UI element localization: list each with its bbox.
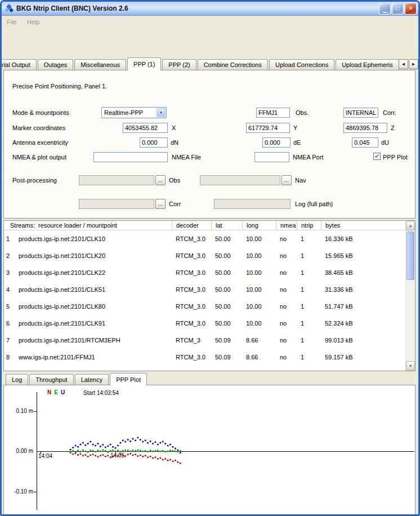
bottom-tab-latency[interactable]: Latency xyxy=(75,374,109,385)
tab-combine-corrections[interactable]: Combine Corrections xyxy=(198,59,268,70)
plot-point-u xyxy=(159,442,161,444)
cell-num: 5 xyxy=(4,298,15,315)
header-ntrip[interactable]: ntrip xyxy=(297,221,321,230)
table-row[interactable]: 6products.igs-ip.net:2101/CLK91RTCM_3.05… xyxy=(4,315,415,332)
plot-point-u xyxy=(100,446,101,447)
plot-point-n xyxy=(105,456,106,457)
bottom-tab-throughput[interactable]: Throughput xyxy=(29,374,73,385)
table-row[interactable]: 8www.igs-ip.net:2101/FFMJ1RTCM_3.050.098… xyxy=(4,349,415,366)
plot-point-e xyxy=(70,451,72,453)
tab-rial-output[interactable]: rial Output xyxy=(0,59,37,70)
plot-point-e xyxy=(90,450,91,451)
post-processing-label: Post-processing xyxy=(12,177,57,184)
plot-point-u xyxy=(180,452,181,453)
close-button[interactable]: ✕ xyxy=(405,3,417,15)
nmea-label: NMEA & plot output xyxy=(12,154,66,161)
cell-nmea: no xyxy=(276,230,297,247)
streams-table: Streams: resource loader / mountpoint de… xyxy=(3,220,415,371)
menu-help[interactable]: Help xyxy=(27,19,40,25)
header-mountpoint[interactable]: Streams: resource loader / mountpoint xyxy=(4,221,172,230)
nmea-file-field[interactable] xyxy=(93,152,168,162)
du-field[interactable] xyxy=(352,137,378,148)
marker-x-field[interactable] xyxy=(123,123,168,133)
table-row[interactable]: 1products.igs-ip.net:2101/CLK10RTCM_3.05… xyxy=(4,230,415,247)
table-row[interactable]: 5products.igs-ip.net:2101/CLK80RTCM_3.05… xyxy=(4,298,415,315)
marker-label: Marker coordinates xyxy=(12,124,65,131)
plot-point-e xyxy=(105,450,106,452)
tab-upload-ephemeris[interactable]: Upload Ephemeris xyxy=(336,59,399,70)
plot-point-e xyxy=(127,450,129,451)
cell-ntrip: 1 xyxy=(297,281,321,298)
menu-file[interactable]: File xyxy=(7,19,17,25)
plot-point-e xyxy=(124,449,126,451)
plot-point-u xyxy=(162,441,164,443)
header-decoder[interactable]: decoder xyxy=(172,221,211,230)
tab-scroll-left-button[interactable]: ◀ xyxy=(399,59,408,69)
header-long[interactable]: long xyxy=(242,221,276,230)
maximize-button[interactable]: □ xyxy=(392,3,404,15)
tab-outages[interactable]: Outages xyxy=(38,59,74,70)
tab-miscellaneous[interactable]: Miscellaneous xyxy=(74,59,126,70)
plot-point-u xyxy=(147,442,149,444)
cell-long: 8.66 xyxy=(242,332,276,349)
plot-point-n xyxy=(145,455,146,456)
scroll-left-icon: ◀ xyxy=(402,62,405,66)
nav-browse-button[interactable]: ... xyxy=(282,175,292,185)
cell-ntrip: 1 xyxy=(297,349,321,366)
plot-point-n xyxy=(90,455,91,456)
plot-point-e xyxy=(77,450,79,451)
plot-point-e xyxy=(97,450,99,451)
marker-y-field[interactable] xyxy=(246,123,290,133)
cell-nmea: no xyxy=(276,298,297,315)
table-row[interactable]: 2products.igs-ip.net:2101/CLK20RTCM_3.05… xyxy=(4,247,415,264)
plot-point-n xyxy=(175,460,176,461)
app-icon xyxy=(5,4,14,13)
log-file-label: Log (full path) xyxy=(295,201,333,207)
header-lat[interactable]: lat xyxy=(211,221,242,230)
top-tabstrip: rial OutputOutagesMiscellaneousPPP (1)PP… xyxy=(3,57,417,70)
minimize-icon: ▁ xyxy=(383,7,387,12)
bottom-tab-log[interactable]: Log xyxy=(6,374,28,385)
tab-ppp-1-[interactable]: PPP (1) xyxy=(127,57,161,70)
cell-num: 8 xyxy=(4,349,15,366)
plot-point-n xyxy=(87,456,89,457)
plot-point-u xyxy=(70,449,72,451)
plot-point-n xyxy=(150,456,151,457)
plot-point-e xyxy=(164,451,166,452)
dn-field[interactable] xyxy=(140,137,168,148)
plot-point-u xyxy=(119,442,121,444)
corr-mountpoint-field[interactable] xyxy=(343,108,378,118)
ppp-plot-checkbox[interactable]: ✔ xyxy=(373,153,381,160)
cell-nmea: no xyxy=(276,281,297,298)
plot-point-e xyxy=(177,451,178,452)
plot-point-e xyxy=(107,451,109,453)
plot-point-n xyxy=(132,455,134,456)
table-row[interactable]: 7products.igs-ip.net:2101/RTCM3EPHRTCM_3… xyxy=(4,332,415,349)
tab-upload-corrections[interactable]: Upload Corrections xyxy=(269,59,334,70)
plot-point-e xyxy=(82,449,84,451)
obs-browse-button[interactable]: ... xyxy=(155,175,166,185)
minimize-button[interactable]: ▁ xyxy=(379,3,391,15)
cell-ntrip: 1 xyxy=(297,315,321,332)
table-row[interactable]: 4products.igs-ip.net:2101/CLK51RTCM_3.05… xyxy=(4,281,415,298)
plot-point-n xyxy=(137,455,138,457)
bottom-tab-ppp-plot[interactable]: PPP Plot xyxy=(110,373,147,385)
marker-z-field[interactable] xyxy=(343,123,387,133)
plot-point-n xyxy=(92,453,94,455)
plot-point-u xyxy=(79,443,81,445)
cell-mount: www.igs-ip.net:2101/FFMJ1 xyxy=(15,349,172,366)
tab-scroll-right-button[interactable]: ▶ xyxy=(409,59,418,69)
plot-point-n xyxy=(127,453,129,455)
obs-mountpoint-field[interactable] xyxy=(256,108,290,118)
table-row[interactable]: 3products.igs-ip.net:2101/CLK22RTCM_3.05… xyxy=(4,264,415,281)
mode-select[interactable]: Realtime-PPP ▼ xyxy=(101,107,167,118)
nmea-port-field[interactable] xyxy=(254,152,289,162)
plot-point-e xyxy=(147,451,149,452)
header-nmea[interactable]: nmea xyxy=(276,221,297,230)
cell-ntrip: 1 xyxy=(297,332,321,349)
de-field[interactable] xyxy=(262,137,291,148)
plot-point-n xyxy=(112,456,114,457)
plot-point-e xyxy=(159,451,161,452)
tab-ppp-2-[interactable]: PPP (2) xyxy=(162,59,196,70)
corr-browse-button[interactable]: ... xyxy=(155,199,166,209)
